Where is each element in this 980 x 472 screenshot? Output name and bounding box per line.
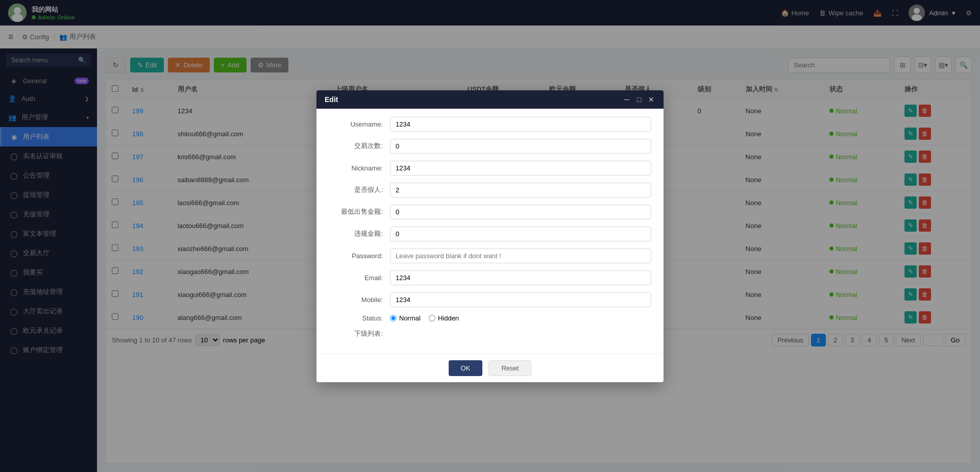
mobile-input[interactable]: [390, 292, 651, 307]
violation-label: 违规金额:: [329, 229, 390, 238]
form-row-min-sell: 最低出售金额:: [329, 205, 651, 219]
trade-count-input[interactable]: [390, 139, 651, 154]
email-label: Email:: [329, 274, 390, 282]
form-row-email: Email:: [329, 270, 651, 285]
sublevel-label: 下级列表:: [329, 329, 390, 338]
modal-controls: ─ □ ✕: [623, 95, 655, 104]
status-hidden-option[interactable]: Hidden: [429, 314, 459, 322]
form-row-username: Username:: [329, 117, 651, 132]
is-fake-input[interactable]: [390, 183, 651, 197]
modal-body: Username: 交易次数: Nickname: 是否假人: 最低出售金额: …: [316, 109, 664, 354]
username-label: Username:: [329, 120, 390, 128]
modal-title: Edit: [325, 95, 338, 104]
form-row-violation: 违规金额:: [329, 227, 651, 241]
is-fake-label: 是否假人:: [329, 185, 390, 194]
reset-button[interactable]: Reset: [488, 360, 531, 376]
nickname-label: Nickname:: [329, 164, 390, 172]
min-sell-input[interactable]: [390, 205, 651, 219]
form-row-status: Status: Normal Hidden: [329, 314, 651, 322]
status-label: Status:: [329, 314, 390, 322]
ok-button[interactable]: OK: [449, 360, 483, 376]
violation-input[interactable]: [390, 227, 651, 241]
modal-close-button[interactable]: ✕: [647, 95, 655, 104]
status-normal-radio[interactable]: [390, 315, 397, 321]
form-row-mobile: Mobile:: [329, 292, 651, 307]
form-row-password: Password:: [329, 249, 651, 263]
modal-overlay[interactable]: Edit ─ □ ✕ Username: 交易次数: Nickname: 是否假…: [0, 0, 980, 472]
status-hidden-radio[interactable]: [429, 315, 435, 321]
form-row-nickname: Nickname:: [329, 161, 651, 176]
nickname-input[interactable]: [390, 161, 651, 176]
form-row-trade-count: 交易次数:: [329, 139, 651, 154]
status-hidden-label: Hidden: [438, 314, 459, 322]
modal-minimize-button[interactable]: ─: [623, 95, 631, 104]
status-radio-group: Normal Hidden: [390, 314, 459, 322]
modal-restore-button[interactable]: □: [635, 95, 643, 104]
password-label: Password:: [329, 252, 390, 260]
trade-count-label: 交易次数:: [329, 141, 390, 151]
modal-footer: OK Reset: [316, 354, 664, 382]
username-input[interactable]: [390, 117, 651, 132]
edit-modal: Edit ─ □ ✕ Username: 交易次数: Nickname: 是否假…: [316, 90, 664, 382]
form-row-sublevel: 下级列表:: [329, 329, 651, 338]
status-normal-option[interactable]: Normal: [390, 314, 421, 322]
mobile-label: Mobile:: [329, 296, 390, 304]
status-normal-label: Normal: [399, 314, 421, 322]
min-sell-label: 最低出售金额:: [329, 207, 390, 216]
modal-header: Edit ─ □ ✕: [316, 90, 664, 109]
form-row-is-fake: 是否假人:: [329, 183, 651, 197]
password-input[interactable]: [390, 249, 651, 263]
email-input[interactable]: [390, 270, 651, 285]
